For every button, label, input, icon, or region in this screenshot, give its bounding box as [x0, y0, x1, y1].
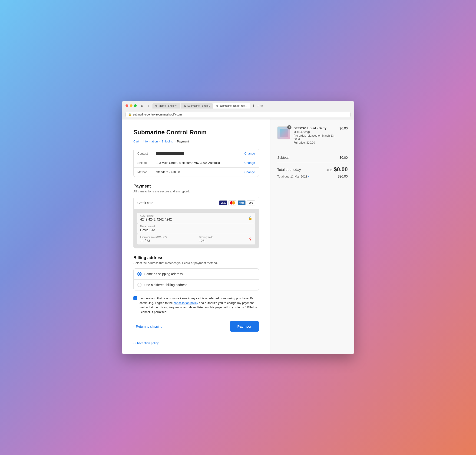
billing-option-different[interactable]: Use a different billing address: [134, 280, 259, 290]
breadcrumb-sep-1: ›: [141, 140, 141, 143]
name-value[interactable]: David Bird: [140, 228, 252, 232]
product-image-inner: [279, 129, 288, 137]
share-icon[interactable]: ⬆: [252, 104, 255, 108]
contact-redacted: [156, 152, 184, 155]
radio-same[interactable]: [137, 272, 141, 276]
payment-box: Credit card VISA AMEX JCB: [133, 197, 259, 248]
due-chevron-icon[interactable]: ▾: [308, 175, 310, 178]
card-number-label: Card number: [140, 214, 252, 217]
shipto-change[interactable]: Change: [244, 161, 255, 164]
total-label: Total due today: [277, 168, 301, 171]
total-right: AUD $0.00: [327, 166, 348, 173]
total-row: Total due today AUD $0.00: [277, 166, 348, 173]
billing-options: Same as shipping address Use a different…: [133, 268, 259, 291]
bottom-actions: ‹ Return to shipping Pay now: [133, 321, 259, 332]
security-help-icon[interactable]: ❓: [248, 237, 252, 241]
contact-label: Contact: [137, 152, 156, 155]
maximize-button[interactable]: [134, 104, 137, 107]
breadcrumb-shipping[interactable]: Shipping: [162, 140, 173, 143]
browser-tab-3[interactable]: 🛍 submarine-control-room.myshopify.com: [213, 103, 250, 108]
due-amount: $20.00: [338, 175, 348, 178]
subtotal-value: $0.00: [340, 156, 348, 159]
return-link-label: Return to shipping: [136, 325, 163, 328]
amex-icon: AMEX: [238, 200, 246, 205]
method-label: Method: [137, 170, 156, 174]
subscription-policy-link[interactable]: Subscription policy: [133, 341, 158, 345]
close-button[interactable]: [125, 104, 128, 107]
expiry-wrapper: Expiration date (MM / YY) 11 / 33: [137, 234, 196, 244]
breadcrumb-sep-3: ›: [175, 140, 176, 143]
product-name: DEEPS® Liquid - Berry: [294, 126, 336, 130]
consent-text: I understand that one or more items in m…: [140, 296, 259, 314]
toolbar-actions: ⬆ + ⧉: [252, 104, 263, 108]
expiry-label: Expiration date (MM / YY): [140, 236, 193, 238]
breadcrumb-cart[interactable]: Cart: [133, 140, 139, 143]
security-value[interactable]: 123: [199, 239, 252, 243]
card-number-value[interactable]: 4242 4242 4242 4242: [140, 218, 252, 221]
name-label: Name on card: [140, 225, 252, 228]
address-bar[interactable]: 🔒 submarine-control-room.myshopify.com: [125, 112, 351, 117]
right-panel: 1 DEEPS® Liquid - Berry Mild (400mg) Pre…: [271, 119, 354, 354]
payment-fields: Card number 4242 4242 4242 4242 🔒 Name o…: [134, 209, 259, 248]
consent-section: ✓ I understand that one or more items in…: [133, 296, 259, 314]
billing-title: Billing address: [133, 255, 259, 260]
sidebar-toggle-icon[interactable]: ⊞: [140, 104, 144, 108]
traffic-lights: [125, 104, 137, 107]
lock-icon: 🔒: [128, 113, 131, 116]
breadcrumb-information[interactable]: Information: [143, 140, 158, 143]
browser-tabs: 🛍 Home · Shopify 🛍 Submarine · Shop... 🛍…: [152, 103, 250, 108]
minimize-button[interactable]: [130, 104, 132, 107]
browser-toolbar: 🔒 submarine-control-room.myshopify.com: [125, 110, 351, 119]
breadcrumb: Cart › Information › Shipping › Payment: [133, 140, 259, 143]
browser-chrome: ⊞ ‹ 🛍 Home · Shopify 🛍 Submarine · Shop.…: [122, 101, 354, 119]
page-footer: Subscription policy: [133, 341, 259, 345]
cancellation-policy-link[interactable]: cancellation policy: [174, 301, 198, 305]
chevron-left-icon: ‹: [133, 325, 135, 328]
method-change[interactable]: Change: [244, 170, 255, 174]
mastercard-icon: [229, 200, 236, 205]
product-row: 1 DEEPS® Liquid - Berry Mild (400mg) Pre…: [277, 126, 348, 150]
tab-label-3: submarine-control-room.myshopify.com: [220, 104, 247, 107]
left-panel: Submarine Control Room Cart › Informatio…: [122, 119, 271, 354]
summary-divider: [277, 163, 348, 163]
billing-subtitle: Select the address that matches your car…: [133, 261, 259, 265]
billing-option-same[interactable]: Same as shipping address: [134, 269, 259, 280]
visa-icon: VISA: [219, 200, 227, 205]
contact-change[interactable]: Change: [244, 152, 255, 155]
checkmark-icon: ✓: [134, 296, 136, 300]
return-to-shipping-link[interactable]: ‹ Return to shipping: [133, 325, 162, 328]
browser-tab-1[interactable]: 🛍 Home · Shopify: [152, 103, 180, 108]
total-amount: $0.00: [334, 166, 348, 173]
credit-card-label: Credit card: [137, 201, 153, 205]
breadcrumb-sep-2: ›: [159, 140, 160, 143]
name-wrapper: Name on card David Bird: [137, 223, 255, 234]
tab-shopify-icon-2: 🛍: [184, 105, 186, 107]
due-label-text: Total due 13 Mar 2023: [277, 175, 307, 178]
radio-different[interactable]: [137, 283, 141, 287]
tab-shopify-icon-3: 🛍: [216, 105, 218, 107]
info-box: Contact Change Ship to 123 Main Street, …: [133, 149, 259, 177]
expiry-value[interactable]: 11 / 33: [140, 239, 193, 243]
tab-shopify-icon-1: 🛍: [155, 105, 158, 107]
product-price: $0.00: [340, 126, 348, 130]
product-fullprice: Full price: $10.00: [294, 141, 336, 144]
back-button[interactable]: ‹: [146, 103, 151, 108]
security-wrapper: Security code 123 ❓: [197, 234, 255, 244]
tabs-icon[interactable]: ⧉: [261, 104, 263, 108]
total-currency: AUD: [327, 169, 332, 172]
payment-title: Payment: [133, 184, 259, 189]
consent-checkbox[interactable]: ✓: [133, 296, 137, 300]
new-tab-icon[interactable]: +: [257, 104, 259, 108]
security-label: Security code: [199, 236, 252, 238]
payment-header: Credit card VISA AMEX JCB: [134, 197, 259, 209]
product-variant: Mild (400mg): [294, 130, 336, 134]
pay-now-button[interactable]: Pay now: [230, 321, 259, 332]
card-number-wrapper: Card number 4242 4242 4242 4242 🔒: [137, 213, 255, 223]
store-title: Submarine Control Room: [133, 129, 259, 136]
lock-field-icon: 🔒: [248, 216, 252, 220]
browser-tab-2[interactable]: 🛍 Submarine · Shop...: [181, 103, 213, 108]
browser-titlebar: ⊞ ‹ 🛍 Home · Shopify 🛍 Submarine · Shop.…: [125, 103, 351, 108]
method-value: Standard · $10.00: [156, 170, 244, 174]
card-number-group: Card number 4242 4242 4242 4242 🔒: [137, 213, 255, 223]
billing-different-label: Use a different billing address: [144, 283, 187, 287]
